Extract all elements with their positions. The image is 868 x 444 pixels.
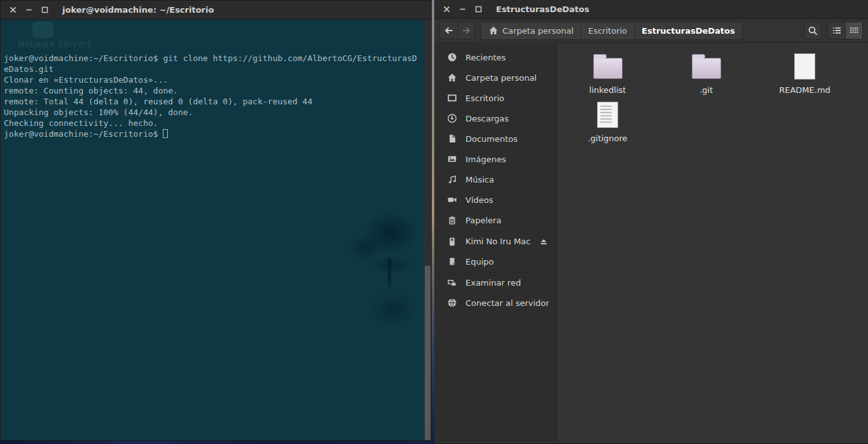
sidebar-item[interactable]: Equipo <box>434 251 556 272</box>
view-button-group <box>827 22 863 39</box>
list-view-button[interactable] <box>827 22 845 39</box>
file-grid: linkedlist .git README.md .gitig <box>557 43 868 441</box>
terminal-output: joker@voidmachine:~/Escritorio$ git clon… <box>1 20 424 440</box>
desktop: joker@voidmachine: ~/Escritorio Network … <box>0 0 868 444</box>
minimize-icon[interactable] <box>458 4 467 14</box>
file-name: .gitignore <box>588 134 627 143</box>
file-item[interactable]: README.md <box>755 50 854 99</box>
images-icon <box>447 154 457 164</box>
terminal-titlebar[interactable]: joker@voidmachine: ~/Escritorio <box>1 1 431 20</box>
removable-media-icon <box>447 237 457 247</box>
videos-icon <box>447 195 457 205</box>
sidebar-item[interactable]: Documentos <box>434 128 556 149</box>
sidebar-item[interactable]: Conectar al servidor <box>434 293 556 313</box>
minimize-icon[interactable] <box>24 5 34 15</box>
grid-view-icon <box>849 25 859 36</box>
close-icon[interactable] <box>8 5 18 15</box>
home-icon <box>488 25 499 36</box>
eject-icon[interactable] <box>539 237 549 247</box>
grid-view-button[interactable] <box>845 22 863 39</box>
terminal-scrollbar-thumb[interactable] <box>425 266 431 440</box>
back-icon <box>444 25 454 36</box>
file-item[interactable]: .git <box>657 50 755 99</box>
file-name: linkedlist <box>589 85 626 95</box>
terminal-line: joker@voidmachine:~/Escritorio$ git clon… <box>4 53 422 64</box>
terminal-line: remote: Total 44 (delta 0), reused 0 (de… <box>4 96 422 107</box>
terminal-line: remote: Counting objects: 44, done. <box>4 85 422 96</box>
search-icon <box>808 25 818 36</box>
sidebar-item[interactable]: Vídeos <box>434 190 556 210</box>
sidebar-item[interactable]: Carpeta personal <box>434 67 556 88</box>
sidebar: Recientes Carpeta personal Escritorio De… <box>434 43 557 441</box>
back-button[interactable] <box>439 22 457 39</box>
file-manager-window-title: EstructurasDeDatos <box>496 4 589 14</box>
terminal-window: joker@voidmachine: ~/Escritorio Network … <box>0 0 432 441</box>
terminal-line: eDatos.git <box>4 64 422 74</box>
terminal-line: Clonar en «EstructurasDeDatos»... <box>4 74 422 85</box>
sidebar-item[interactable]: Música <box>434 169 556 190</box>
sidebar-item[interactable]: Papelera <box>434 210 556 230</box>
sidebar-item[interactable]: Recientes <box>434 47 556 67</box>
file-item[interactable]: .gitignore <box>558 99 657 147</box>
sidebar-item[interactable]: Escritorio <box>434 88 556 108</box>
breadcrumb-segment[interactable]: Escritorio <box>581 22 635 39</box>
terminal-line: Checking connectivity... hecho. <box>4 118 422 128</box>
forward-button[interactable] <box>457 22 475 39</box>
terminal-line: joker@voidmachine:~/Escritorio$ <box>4 128 422 139</box>
desktop-icon <box>447 93 457 103</box>
home-icon <box>447 73 457 83</box>
file-name: README.md <box>779 85 830 95</box>
file-item[interactable]: linkedlist <box>558 50 657 99</box>
file-manager-titlebar[interactable]: EstructurasDeDatos <box>434 0 868 19</box>
search-button[interactable] <box>804 22 822 39</box>
file-manager-body: Recientes Carpeta personal Escritorio De… <box>434 43 868 441</box>
sidebar-item[interactable]: Examinar red <box>434 272 556 293</box>
music-icon <box>447 174 457 184</box>
terminal-scrollbar[interactable] <box>424 20 431 440</box>
trash-icon <box>447 215 457 225</box>
network-icon <box>447 278 457 288</box>
file-icon <box>794 53 815 80</box>
file-manager-window: EstructurasDeDatos Carpeta personal Escr… <box>434 0 868 444</box>
breadcrumb-segment[interactable]: Carpeta personal <box>481 22 581 39</box>
file-icon <box>692 58 721 79</box>
terminal-cursor <box>163 129 168 138</box>
maximize-icon[interactable] <box>474 4 483 14</box>
list-view-icon <box>832 25 842 36</box>
documents-icon <box>447 134 457 144</box>
server-icon <box>447 298 457 308</box>
terminal-line: Unpacking objects: 100% (44/44), done. <box>4 107 422 118</box>
file-icon <box>597 102 618 128</box>
breadcrumb-segment[interactable]: EstructurasDeDatos <box>635 22 742 39</box>
maximize-icon[interactable] <box>40 5 50 15</box>
recent-icon <box>447 52 457 62</box>
desktop-wallpaper-bottom <box>0 441 432 444</box>
terminal-body[interactable]: Network Servers joker@voidmachine:~/Escr… <box>1 20 431 440</box>
forward-icon <box>461 25 471 36</box>
sidebar-item[interactable]: Imágenes <box>434 149 556 169</box>
sidebar-item[interactable]: Descargas <box>434 108 556 128</box>
terminal-window-title: joker@voidmachine: ~/Escritorio <box>62 5 214 15</box>
close-icon[interactable] <box>442 4 451 14</box>
nav-button-group <box>439 22 475 39</box>
computer-icon <box>447 256 457 267</box>
breadcrumb: Carpeta personal Escritorio EstructurasD… <box>481 22 743 40</box>
file-icon <box>593 58 623 79</box>
file-manager-toolbar: Carpeta personal Escritorio EstructurasD… <box>434 19 868 43</box>
file-name: .git <box>699 85 713 95</box>
sidebar-item[interactable]: Kimi No Iru Machi <box>434 231 556 251</box>
downloads-icon <box>447 113 457 123</box>
